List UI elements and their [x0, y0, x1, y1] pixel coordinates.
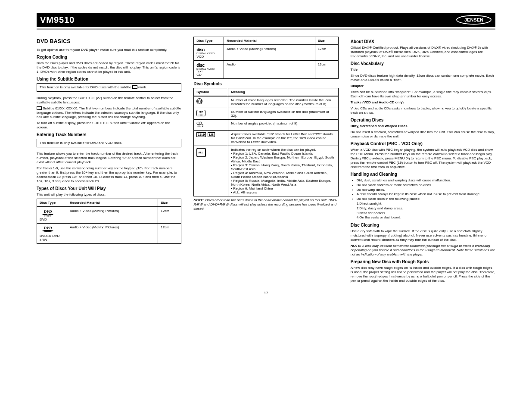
table-row: 9 Number of angles provided (maximum of … — [194, 120, 338, 131]
heading-subtitle-button: Using the Subtitle Button — [37, 77, 181, 81]
col-size: Size — [315, 37, 338, 45]
table-row: Symbol Meaning — [194, 88, 338, 97]
jensen-logo-icon: JENSEN — [456, 15, 492, 25]
subtitle-icon — [132, 85, 137, 89]
col-recorded-material: Recorded Material — [224, 37, 315, 45]
sub-tracks: Tracks (VCD and Audio CD only) — [351, 100, 404, 104]
cell-size: 12cm — [158, 224, 181, 244]
list-item: Do not place discs in the following plac… — [357, 197, 495, 220]
cell-meaning: Number of voice languages recorded. The … — [228, 96, 338, 108]
tracks-text: Video CDs and audio CDs assign numbers t… — [351, 106, 495, 115]
preparing-text: A new disc may have rough edges on its i… — [351, 266, 495, 283]
note-block: NOTE: Discs other than the ones listed i… — [193, 198, 338, 211]
cell-meaning: Indicates the region code where the disc… — [228, 146, 338, 196]
table-row: disc DIGITAL VIDEO VCD Audio + Video (Mo… — [194, 45, 338, 61]
subtitle-notice-suffix: mark. — [138, 85, 147, 89]
divx-text: Official DivX® Certified product. Plays … — [351, 46, 495, 59]
note-label: NOTE: — [193, 198, 204, 202]
cell-label: VCD — [196, 55, 204, 59]
heading-disc-vocabulary: Disc Vocabulary — [351, 61, 495, 66]
table-row: 32 Number of subtitle languages availabl… — [194, 108, 338, 120]
audio-languages-icon: 8 — [196, 98, 202, 104]
subtitle-p3: To turn off subtitle display, press the … — [37, 121, 181, 130]
table-row: 8 Number of voice languages recorded. Th… — [194, 96, 338, 108]
heading-region-coding: Region Coding — [37, 55, 181, 59]
cell-meaning: Number of angles provided (maximum of 9)… — [228, 120, 338, 131]
table-row: Disc Type Recorded Material Size — [37, 199, 181, 207]
dirty-text: Do not insert a cracked, scratched or wa… — [351, 130, 495, 139]
heading-disc-types: Types of Discs Your Unit Will Play — [37, 186, 181, 191]
svg-marker-15 — [201, 124, 203, 127]
cell-size: 12cm — [158, 207, 181, 224]
svg-text:VIDEO: VIDEO — [44, 215, 51, 217]
cell-material: Audio + Video (Moving Pictures) — [67, 207, 158, 224]
sub-title: Title — [351, 68, 358, 72]
pbc-text: When a VCD disc with PBC began playing, … — [351, 148, 495, 169]
col-disc-type: Disc Type — [37, 199, 67, 207]
region-coding-text: Both the DVD player and DVD discs are co… — [37, 61, 181, 74]
list-item: Dirt, dust, scratches and warping discs … — [357, 178, 495, 183]
disc-symbols-table: Symbol Meaning 8 Number of voice languag… — [193, 88, 338, 196]
track-p2: For tracks 1-9, use the corresponding nu… — [37, 166, 181, 184]
subtitle-p1: During playback, press the SUBTITLE (27)… — [37, 96, 181, 105]
subtitle-p2: Subtitle 01/XX XXXXX: The first two numb… — [37, 106, 181, 119]
svg-text:DVD: DVD — [44, 209, 52, 214]
model-number: VM9510 — [40, 15, 75, 25]
cell-label: CD — [196, 73, 202, 77]
cell-label: DVD — [40, 218, 47, 221]
cell-meaning: Aspect ratios available. "LB" stands for… — [228, 131, 338, 146]
page-number: 17 — [37, 291, 495, 295]
cell-material: Audio — [224, 61, 315, 79]
note-block2: NOTE: A disc may become somewhat scratch… — [351, 244, 495, 257]
disc-types-table-cont: Disc Type Recorded Material Size disc DI… — [193, 37, 338, 79]
svg-text:VIDEO: VIDEO — [46, 230, 50, 232]
table-row: Disc Type Recorded Material Size — [194, 37, 338, 45]
heading-handling-cleaning: Handling and Cleaning — [351, 172, 495, 177]
svg-text:DVD: DVD — [44, 226, 52, 230]
region-all-icon — [196, 148, 206, 157]
cell-material: Audio + Video (Moving Pictures) — [67, 224, 158, 244]
list-item: A disc should always be kept in its case… — [357, 192, 495, 197]
angle-icon: 9 — [196, 121, 204, 128]
cell-material: Audio + Video (Moving Pictures) — [224, 45, 315, 61]
disc-types-intro: This unit will play the following types … — [37, 193, 181, 197]
subtitle-icon — [37, 106, 42, 110]
col-size: Size — [158, 199, 181, 207]
subtitle-count-icon: 32 — [196, 110, 205, 116]
heading-preparing-new-disc: Preparing New Disc with Rough Spots — [351, 259, 495, 264]
subtitle-notice-text: This function is only available for DVD … — [40, 85, 132, 89]
table-row: DVD VIDEO DVD Audio + Video (Moving Pict… — [37, 207, 181, 224]
sub-dirty: Dirty, Scratched and Warped Discs — [351, 124, 408, 128]
svg-text:JENSEN: JENSEN — [464, 17, 483, 22]
track-p1: This feature allows you to enter the tra… — [37, 152, 181, 165]
cell-size: 12cm — [315, 61, 338, 79]
heading-dvd-basics: DVD BASICS — [37, 38, 181, 44]
col-symbol: Symbol — [194, 88, 228, 97]
table-row: disc DIGITAL AUDIO TEXT CD Audio 12cm — [194, 61, 338, 79]
track-notice: This function is only available for DVD … — [37, 139, 181, 147]
cd-logo-icon: disc — [196, 62, 221, 68]
heading-disc-symbols: Disc Symbols — [193, 81, 338, 86]
heading-pbc: Playback Control (PBC - VCD Only) — [351, 141, 495, 146]
cell-meaning: Number of subtitle languages available o… — [228, 108, 338, 120]
handling-list: Dirt, dust, scratches and warping discs … — [351, 178, 495, 220]
col-disc-type: Disc Type — [194, 37, 224, 45]
heading-about-divx: About DIVX — [351, 39, 495, 44]
col-recorded-material: Recorded Material — [67, 199, 158, 207]
title-text: Since DVD discs feature high data densit… — [351, 74, 495, 82]
col-meaning: Meaning — [228, 88, 338, 97]
table-row: 16:9 LB Aspect ratios available. "LB" st… — [194, 131, 338, 146]
svg-text:9: 9 — [199, 125, 199, 127]
table-row: Indicates the region code where the disc… — [194, 146, 338, 196]
svg-point-4 — [47, 214, 49, 215]
cell-label: DVD±R DVD ±RW — [40, 234, 59, 242]
chapter-text: Titles can be subdivided into "chapters"… — [351, 90, 495, 99]
intro-text: To get optimal use from your DVD player,… — [37, 48, 181, 52]
disc-types-table: Disc Type Recorded Material Size DVD VID… — [37, 199, 181, 244]
list-item: Do not warp discs. — [357, 188, 495, 193]
aspect-ratio-icon: 16:9 LB — [196, 132, 215, 137]
subtitle-notice: This function is only available for DVD … — [37, 83, 181, 92]
heading-track-numbers: Entering Track Numbers — [37, 132, 181, 137]
heading-operating-discs: Operating Discs — [351, 118, 495, 122]
table-row: DVD VIDEO DVD±R DVD ±RW Audio + Video (M… — [37, 224, 181, 244]
